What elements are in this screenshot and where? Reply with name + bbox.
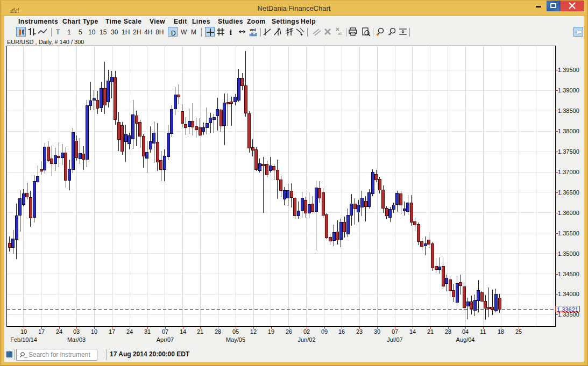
svg-text:vol: vol xyxy=(250,27,256,32)
svg-text:all: all xyxy=(338,31,342,36)
